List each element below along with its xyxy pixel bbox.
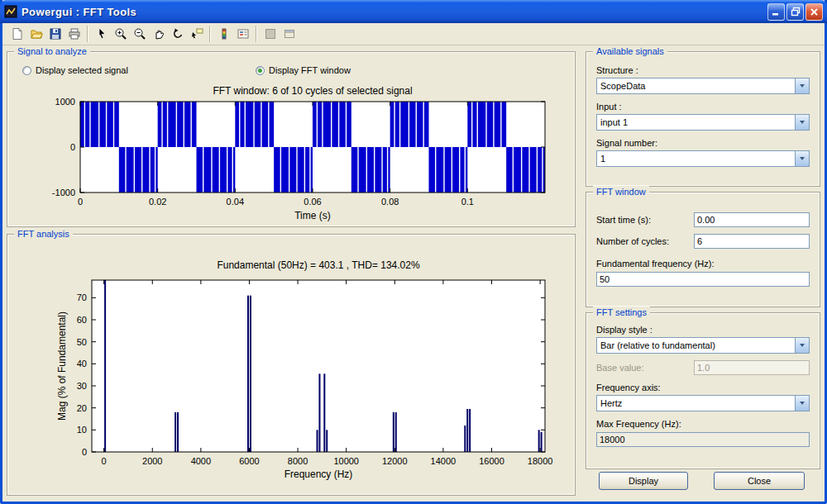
svg-text:Time (s): Time (s) <box>294 210 331 221</box>
signal-number-select[interactable]: 1 <box>596 150 810 167</box>
svg-text:14000: 14000 <box>431 456 457 466</box>
close-button[interactable]: Close <box>714 472 805 490</box>
start-time-input[interactable] <box>694 212 810 227</box>
powergui-fft-tools-window: Powergui : FFT Tools <box>0 0 827 504</box>
close-icon[interactable] <box>805 3 823 21</box>
app-icon <box>4 5 17 18</box>
svg-text:0.04: 0.04 <box>227 197 244 207</box>
fft-window-panel: FFT window Start time (s): Number of cyc… <box>586 192 820 307</box>
svg-text:50: 50 <box>77 337 87 347</box>
titlebar: Powergui : FFT Tools <box>0 0 827 23</box>
svg-text:0.08: 0.08 <box>381 197 399 207</box>
frequency-axis-select[interactable]: Hertz <box>596 395 810 411</box>
svg-text:12000: 12000 <box>382 456 408 466</box>
svg-text:6000: 6000 <box>239 456 259 466</box>
insert-colorbar-icon[interactable] <box>214 25 233 44</box>
pan-hand-icon[interactable] <box>149 25 168 44</box>
base-value-input <box>694 360 810 375</box>
svg-text:0: 0 <box>70 142 75 152</box>
restore-button[interactable] <box>786 3 804 21</box>
chevron-down-icon[interactable] <box>795 338 809 353</box>
available-signals-panel: Available signals Structure : ScopeData … <box>586 51 820 187</box>
svg-text:20: 20 <box>77 403 87 413</box>
svg-text:16000: 16000 <box>479 456 504 466</box>
svg-text:0: 0 <box>82 447 87 457</box>
svg-text:18000: 18000 <box>528 456 553 466</box>
structure-selected-value: ScopeData <box>597 81 795 91</box>
svg-text:10: 10 <box>77 425 87 435</box>
svg-text:40: 40 <box>77 359 87 368</box>
print-icon[interactable] <box>65 25 84 44</box>
fundamental-frequency-input[interactable] <box>596 272 810 287</box>
start-time-label: Start time (s): <box>596 215 694 225</box>
panel-title: FFT window <box>593 186 649 197</box>
svg-text:Frequency (Hz): Frequency (Hz) <box>284 468 353 480</box>
svg-text:0: 0 <box>102 456 107 466</box>
display-style-label: Display style : <box>596 325 811 335</box>
panel-title: FFT settings <box>593 307 650 318</box>
svg-text:0.06: 0.06 <box>304 197 321 207</box>
svg-text:1000: 1000 <box>55 97 75 107</box>
panel-title: Available signals <box>593 45 667 57</box>
new-file-icon[interactable] <box>7 25 26 44</box>
minimize-button[interactable] <box>767 3 785 21</box>
figure-toolbar <box>2 23 825 45</box>
svg-text:Mag (% of Fundamental): Mag (% of Fundamental) <box>56 311 68 421</box>
structure-label: Structure : <box>596 65 811 75</box>
zoom-out-icon[interactable] <box>130 25 149 44</box>
chevron-down-icon[interactable] <box>795 151 809 166</box>
fft-bar-plot: 0200040006000800010000120001400016000180… <box>7 235 576 497</box>
structure-select[interactable]: ScopeData <box>596 78 810 94</box>
max-frequency-input[interactable] <box>596 432 810 447</box>
fft-settings-panel: FFT settings Display style : Bar (relati… <box>586 312 820 469</box>
display-style-select[interactable]: Bar (relative to fundamental) <box>596 337 810 354</box>
input-label: Input : <box>596 102 811 112</box>
frequency-axis-selected-value: Hertz <box>597 398 795 408</box>
svg-text:4000: 4000 <box>191 456 211 466</box>
fundamental-frequency-label: Fundamental frequency (Hz): <box>596 259 811 269</box>
toolbar-separator <box>209 26 211 42</box>
signal-number-selected-value: 1 <box>597 154 795 164</box>
svg-text:8000: 8000 <box>288 456 308 466</box>
display-style-selected-value: Bar (relative to fundamental) <box>597 340 795 350</box>
chevron-down-icon[interactable] <box>795 78 809 93</box>
chevron-down-icon[interactable] <box>795 115 809 130</box>
svg-text:10000: 10000 <box>333 456 359 466</box>
data-cursor-icon[interactable] <box>187 25 206 44</box>
svg-text:0.1: 0.1 <box>461 197 474 207</box>
base-value-label: Base value: <box>596 363 694 373</box>
signal-number-label: Signal number: <box>596 138 811 148</box>
max-frequency-label: Max Frequency (Hz): <box>596 419 811 429</box>
number-of-cycles-input[interactable] <box>694 234 810 249</box>
zoom-in-icon[interactable] <box>111 25 130 44</box>
settings-column: Available signals Structure : ScopeData … <box>586 51 822 497</box>
display-button[interactable]: Display <box>599 472 688 490</box>
save-icon[interactable] <box>45 25 65 44</box>
signal-to-analyze-panel: Signal to analyze Display selected signa… <box>7 51 576 227</box>
svg-text:0: 0 <box>78 197 83 207</box>
svg-text:-1000: -1000 <box>52 188 75 197</box>
svg-text:0.02: 0.02 <box>149 197 166 207</box>
svg-text:60: 60 <box>77 315 87 325</box>
svg-text:2000: 2000 <box>142 456 162 466</box>
open-file-icon[interactable] <box>26 25 45 44</box>
toolbar-separator <box>87 26 88 42</box>
toolbar-separator <box>256 26 257 42</box>
insert-legend-icon[interactable] <box>233 25 252 44</box>
rotate-3d-icon[interactable] <box>168 25 187 44</box>
input-select[interactable]: input 1 <box>596 114 810 131</box>
fft-analysis-panel: FFT analysis Fundamental (50Hz) = 403.1 … <box>7 234 576 496</box>
arrow-cursor-icon[interactable] <box>92 25 111 44</box>
window-title: Powergui : FFT Tools <box>22 6 767 18</box>
input-selected-value: input 1 <box>597 117 795 127</box>
plot-tools-b-icon[interactable] <box>280 25 299 44</box>
frequency-axis-label: Frequency axis: <box>596 383 811 392</box>
plot-tools-a-icon[interactable] <box>261 25 280 44</box>
chevron-down-icon[interactable] <box>795 396 809 411</box>
svg-text:30: 30 <box>77 381 87 391</box>
signal-plot: 00.020.040.060.080.1-100001000Time (s) <box>7 52 576 228</box>
number-of-cycles-label: Number of cycles: <box>596 236 694 246</box>
svg-text:70: 70 <box>77 292 87 302</box>
